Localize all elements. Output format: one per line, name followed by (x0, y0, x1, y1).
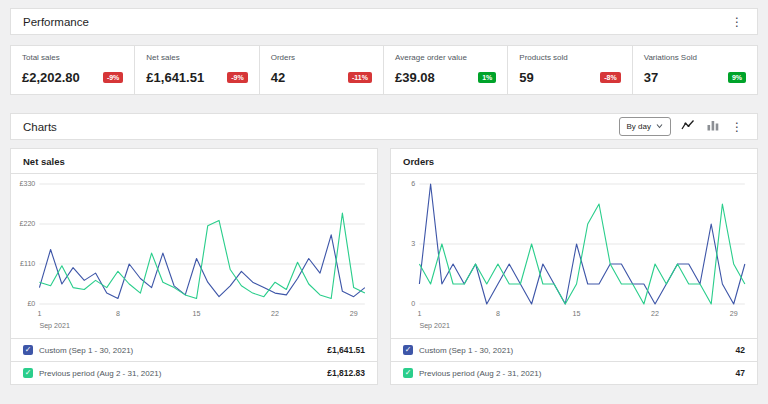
chevron-down-icon (656, 122, 663, 131)
custom-series-checkbox[interactable]: ✓ (23, 345, 33, 355)
svg-text:8: 8 (116, 310, 120, 317)
svg-text:£220: £220 (20, 221, 36, 228)
stat-card-orders[interactable]: Orders 42 -11% (260, 46, 384, 94)
stat-label: Total sales (22, 53, 123, 62)
performance-header: Performance ⋮ (10, 8, 758, 35)
stat-label: Products sold (519, 53, 620, 62)
stat-label: Orders (271, 53, 372, 62)
legend-value: 42 (736, 345, 745, 355)
bar-chart-icon (707, 119, 719, 134)
stat-card-variations-sold[interactable]: Variations Sold 37 9% (633, 46, 757, 94)
stat-value: 37 (644, 70, 658, 85)
net-sales-legend: ✓ Custom (Sep 1 - 30, 2021) £1,641.51 ✓ … (11, 338, 377, 384)
legend-row-custom[interactable]: ✓ Custom (Sep 1 - 30, 2021) £1,641.51 (11, 338, 377, 361)
charts-title: Charts (23, 121, 57, 133)
orders-legend: ✓ Custom (Sep 1 - 30, 2021) 42 ✓ Previou… (391, 338, 757, 384)
svg-text:Sep 2021: Sep 2021 (39, 322, 70, 330)
performance-stats-row: Total sales £2,202.80 -9% Net sales £1,6… (10, 45, 758, 95)
previous-series-checkbox[interactable]: ✓ (23, 368, 33, 378)
svg-text:29: 29 (350, 310, 358, 317)
svg-text:1: 1 (417, 310, 421, 317)
svg-text:22: 22 (651, 310, 659, 317)
svg-text:£110: £110 (20, 261, 35, 268)
stat-card-total-sales[interactable]: Total sales £2,202.80 -9% (11, 46, 135, 94)
stat-value: £39.08 (395, 70, 435, 85)
svg-text:15: 15 (193, 310, 201, 317)
chart-card-title: Net sales (11, 149, 377, 174)
delta-badge: -11% (348, 72, 372, 83)
chart-card-title: Orders (391, 149, 757, 174)
legend-label: Custom (Sep 1 - 30, 2021) (419, 346, 513, 355)
charts-menu-button[interactable]: ⋮ (729, 121, 745, 133)
stat-card-products-sold[interactable]: Products sold 59 -8% (508, 46, 632, 94)
line-chart-toggle[interactable] (679, 117, 697, 136)
svg-text:0: 0 (411, 301, 415, 308)
ellipsis-vertical-icon: ⋮ (731, 15, 743, 29)
delta-badge: -8% (600, 72, 620, 83)
stat-label: Average order value (395, 53, 496, 62)
previous-series-checkbox[interactable]: ✓ (403, 368, 413, 378)
svg-text:Sep 2021: Sep 2021 (419, 322, 450, 330)
svg-text:£0: £0 (27, 301, 35, 308)
stat-label: Net sales (146, 53, 247, 62)
legend-label: Previous period (Aug 2 - 31, 2021) (419, 369, 541, 378)
legend-label: Custom (Sep 1 - 30, 2021) (39, 346, 133, 355)
svg-text:£330: £330 (20, 181, 36, 188)
net-sales-chart: £330£220£110£018152229Sep 2021 (11, 174, 377, 338)
stat-value: 59 (519, 70, 533, 85)
legend-row-previous[interactable]: ✓ Previous period (Aug 2 - 31, 2021) 47 (391, 361, 757, 384)
legend-value: £1,641.51 (327, 345, 365, 355)
legend-value: £1,812.83 (327, 368, 365, 378)
delta-badge: -9% (227, 72, 247, 83)
interval-select[interactable]: By day (619, 117, 671, 136)
stat-label: Variations Sold (644, 53, 746, 62)
custom-series-checkbox[interactable]: ✓ (403, 345, 413, 355)
stat-card-net-sales[interactable]: Net sales £1,641.51 -9% (135, 46, 259, 94)
delta-badge: 1% (478, 72, 496, 83)
line-chart-icon (681, 119, 695, 134)
svg-text:29: 29 (730, 310, 738, 317)
delta-badge: -9% (103, 72, 123, 83)
bar-chart-toggle[interactable] (705, 117, 721, 136)
legend-row-custom[interactable]: ✓ Custom (Sep 1 - 30, 2021) 42 (391, 338, 757, 361)
charts-row: Net sales £330£220£110£018152229Sep 2021… (10, 148, 758, 385)
legend-label: Previous period (Aug 2 - 31, 2021) (39, 369, 161, 378)
analytics-page: Performance ⋮ Total sales £2,202.80 -9% … (0, 0, 768, 393)
performance-menu-button[interactable]: ⋮ (729, 16, 745, 28)
ellipsis-vertical-icon: ⋮ (731, 120, 743, 134)
orders-chart: 63018152229Sep 2021 (391, 174, 757, 338)
chart-controls: By day (619, 117, 745, 136)
svg-text:22: 22 (271, 310, 279, 317)
performance-title: Performance (23, 16, 89, 28)
stat-card-average-order-value[interactable]: Average order value £39.08 1% (384, 46, 508, 94)
stat-value: £2,202.80 (22, 70, 80, 85)
legend-row-previous[interactable]: ✓ Previous period (Aug 2 - 31, 2021) £1,… (11, 361, 377, 384)
interval-select-value: By day (627, 122, 651, 131)
svg-text:3: 3 (411, 241, 415, 248)
delta-badge: 9% (728, 72, 746, 83)
net-sales-chart-card: Net sales £330£220£110£018152229Sep 2021… (10, 148, 378, 385)
stat-value: £1,641.51 (146, 70, 204, 85)
stat-value: 42 (271, 70, 285, 85)
svg-text:15: 15 (573, 310, 581, 317)
legend-value: 47 (736, 368, 745, 378)
orders-chart-card: Orders 63018152229Sep 2021 ✓ Custom (Sep… (390, 148, 758, 385)
charts-header: Charts By day (10, 113, 758, 140)
svg-text:1: 1 (37, 310, 41, 317)
svg-text:6: 6 (411, 181, 415, 188)
svg-text:8: 8 (496, 310, 500, 317)
